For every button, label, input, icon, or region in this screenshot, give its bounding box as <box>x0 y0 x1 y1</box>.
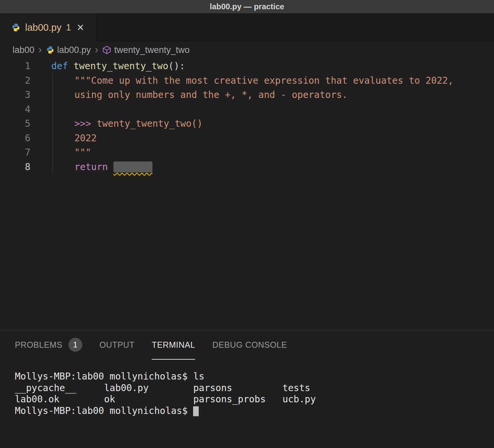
code-line[interactable]: 5>>> twenty_twenty_two() <box>0 116 494 131</box>
panel-tab-terminal[interactable]: TERMINAL <box>152 331 195 360</box>
selection-box <box>113 161 152 172</box>
tab-lab00py[interactable]: lab00.py 1 × <box>0 13 97 42</box>
panel-tab-problems[interactable]: PROBLEMS 1 <box>15 331 82 360</box>
code-line[interactable]: 1def twenty_twenty_two(): <box>0 59 494 73</box>
code-line-content[interactable]: """ <box>37 145 91 160</box>
terminal-line: lab00.ok ok parsons_probs ucb.py <box>15 394 494 405</box>
code-token: twenty_twenty_two <box>73 61 168 71</box>
line-number: 8 <box>0 160 37 174</box>
python-icon <box>46 46 55 54</box>
indent-guide-icon <box>53 88 74 102</box>
code-token: (): <box>168 61 185 71</box>
problems-count-badge: 1 <box>68 338 82 352</box>
editor-lines: 1def twenty_twenty_two():2"""Come up wit… <box>0 59 494 174</box>
code-token: 2022 <box>74 133 97 144</box>
indent-guide-icon <box>53 73 74 88</box>
indent-guide-icon <box>53 160 74 174</box>
line-number: 6 <box>0 131 37 146</box>
code-token: >>> <box>74 118 97 129</box>
panel-tab-bar: PROBLEMS 1 OUTPUT TERMINAL DEBUG CONSOLE <box>0 331 494 360</box>
tab-label: lab00.py <box>25 22 62 33</box>
indent-guide-icon <box>53 145 74 160</box>
breadcrumb: lab00 › lab00.py › twenty_twenty_two <box>0 42 494 58</box>
code-editor[interactable]: 1def twenty_twenty_two():2"""Come up wit… <box>0 58 494 330</box>
chevron-right-icon: › <box>34 43 46 57</box>
code-line[interactable]: 7""" <box>0 145 494 160</box>
breadcrumb-item-file[interactable]: lab00.py <box>46 45 91 55</box>
window-title: lab00.py — practice <box>210 2 284 11</box>
line-number: 2 <box>0 73 37 88</box>
code-token: """Come up with the most creative expres… <box>74 75 453 86</box>
indent-guide-icon <box>53 102 74 117</box>
code-token <box>108 161 113 172</box>
panel-tab-output[interactable]: OUTPUT <box>100 331 135 360</box>
terminal-cursor <box>193 406 199 416</box>
terminal-line: Mollys-MBP:lab00 mollynicholas$ <box>15 405 494 417</box>
code-line-content[interactable]: >>> twenty_twenty_two() <box>37 116 203 131</box>
line-number: 1 <box>0 59 37 73</box>
code-line[interactable]: 4 <box>0 102 494 117</box>
code-line-content[interactable]: 2022 <box>37 131 97 146</box>
code-line-content[interactable] <box>37 102 74 117</box>
line-number: 7 <box>0 145 37 160</box>
code-token: using only numbers and the +, *, and - o… <box>74 89 348 100</box>
indent-guide-icon <box>53 131 74 146</box>
line-number: 3 <box>0 88 37 102</box>
tab-modified-badge: 1 <box>66 22 71 33</box>
breadcrumb-item-symbol[interactable]: twenty_twenty_two <box>102 45 189 55</box>
code-token: """ <box>74 147 91 158</box>
code-line-content[interactable]: def twenty_twenty_two(): <box>37 59 185 73</box>
code-line[interactable]: 8return <box>0 160 494 174</box>
code-line[interactable]: 2"""Come up with the most creative expre… <box>0 73 494 88</box>
window-titlebar: lab00.py — practice <box>0 0 494 13</box>
close-icon[interactable]: × <box>77 22 84 33</box>
code-line-content[interactable]: """Come up with the most creative expres… <box>37 73 453 88</box>
bottom-panel: PROBLEMS 1 OUTPUT TERMINAL DEBUG CONSOLE… <box>0 330 494 448</box>
line-number: 4 <box>0 102 37 117</box>
code-line-content[interactable]: return <box>37 160 152 174</box>
python-icon <box>11 23 21 32</box>
terminal-line: Mollys-MBP:lab00 mollynicholas$ ls <box>15 371 494 382</box>
code-token <box>68 61 74 71</box>
code-token: twenty_twenty_two() <box>97 118 202 129</box>
code-token: def <box>51 61 68 71</box>
terminal-output[interactable]: Mollys-MBP:lab00 mollynicholas$ ls__pyca… <box>0 360 494 417</box>
line-number: 5 <box>0 116 37 131</box>
symbol-cube-icon <box>102 45 111 55</box>
code-line-content[interactable]: using only numbers and the +, *, and - o… <box>37 88 348 102</box>
terminal-line: __pycache__ lab00.py parsons tests <box>15 382 494 394</box>
code-line[interactable]: 62022 <box>0 131 494 146</box>
chevron-right-icon: › <box>91 43 103 57</box>
code-token: return <box>74 161 108 172</box>
indent-guide-icon <box>53 116 74 131</box>
breadcrumb-item-folder[interactable]: lab00 <box>13 45 34 55</box>
editor-tab-bar: lab00.py 1 × <box>0 13 494 42</box>
code-line[interactable]: 3using only numbers and the +, *, and - … <box>0 88 494 102</box>
panel-tab-debug-console[interactable]: DEBUG CONSOLE <box>212 331 287 360</box>
